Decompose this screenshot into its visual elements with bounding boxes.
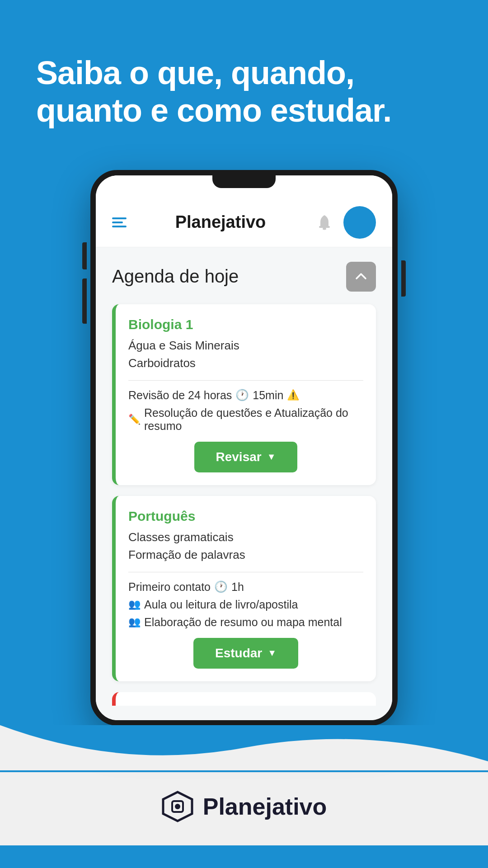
portugues-action-row: Estudar ▼ — [128, 638, 363, 669]
portugues-card: Português Classes gramaticaisFormação de… — [112, 496, 376, 681]
pencil-icon-biologia: ✏️ — [128, 414, 141, 425]
footer-brand-name: Planejativo — [203, 793, 327, 820]
app-header: Planejativo — [96, 198, 392, 247]
portugues-step2: Elaboração de resumo ou mapa mental — [144, 616, 342, 629]
top-section: Saiba o que, quando, quanto e como estud… — [0, 0, 488, 156]
phone-power-button — [401, 260, 406, 297]
portugues-step1: Aula ou leitura de livro/apostila — [144, 598, 298, 611]
biologia-task-description: Resolução de questões e Atualização do r… — [144, 406, 363, 433]
biologia-card: Biologia 1 Água e Sais MineraisCarboidra… — [112, 304, 376, 485]
portugues-divider — [128, 572, 363, 572]
svg-point-4 — [175, 804, 180, 809]
revisar-button[interactable]: Revisar ▼ — [194, 442, 298, 472]
phone-frame: Planejativo Agenda de hoje — [90, 170, 398, 726]
app-content: Agenda de hoje Biologia 1 Água e Sais Mi… — [96, 247, 392, 720]
biologia-task-type-row: Revisão de 24 horas 🕐 15min ⚠️ — [128, 389, 363, 402]
warning-icon-biologia: ⚠️ — [287, 389, 299, 401]
biologia-task-time: 15min — [253, 389, 283, 402]
scroll-top-button[interactable] — [346, 262, 376, 292]
people-icon-1: 👥 — [128, 599, 141, 610]
biologia-task-desc-row: ✏️ Resolução de questões e Atualização d… — [128, 406, 363, 433]
headline: Saiba o que, quando, quanto e como estud… — [36, 54, 452, 129]
portugues-task-type: Primeiro contato — [128, 580, 211, 594]
app-title: Planejativo — [175, 212, 266, 232]
headline-line1: Saiba o que, quando, — [36, 54, 452, 92]
bell-icon[interactable] — [314, 212, 334, 232]
estudar-chevron-icon: ▼ — [267, 648, 277, 658]
clock-icon-portugues: 🕐 — [214, 580, 228, 593]
phone-notch-cutout — [212, 175, 276, 188]
portugues-step1-row: 👥 Aula ou leitura de livro/apostila — [128, 598, 363, 611]
biologia-task-type: Revisão de 24 horas — [128, 389, 232, 402]
biologia-action-row: Revisar ▼ — [128, 442, 363, 472]
estudar-button[interactable]: Estudar ▼ — [193, 638, 298, 669]
wave-section — [0, 725, 488, 772]
footer-area: Planejativo — [0, 772, 488, 845]
hamburger-line-3 — [112, 226, 127, 227]
phone-volume-down-button — [82, 278, 87, 324]
portugues-step2-row: 👥 Elaboração de resumo ou mapa mental — [128, 616, 363, 629]
agenda-header: Agenda de hoje — [112, 262, 376, 292]
header-right — [314, 206, 376, 239]
svg-rect-0 — [319, 226, 330, 228]
portugues-subject-name: Português — [128, 509, 363, 524]
avatar-icon[interactable] — [343, 206, 376, 239]
biologia-topics: Água e Sais MineraisCarboidratos — [128, 337, 363, 372]
svg-point-1 — [323, 227, 326, 230]
revisar-button-label: Revisar — [216, 450, 262, 464]
phone-wrapper: Planejativo Agenda de hoje — [90, 170, 398, 726]
portugues-topics: Classes gramaticaisFormação de palavras — [128, 528, 363, 564]
portugues-card-inner: Português Classes gramaticaisFormação de… — [116, 496, 376, 681]
hamburger-icon[interactable] — [112, 217, 127, 227]
hamburger-line-1 — [112, 217, 127, 219]
estudar-button-label: Estudar — [215, 646, 262, 660]
people-icon-2: 👥 — [128, 616, 141, 628]
portugues-task-time: 1h — [231, 580, 244, 594]
phone-notch — [96, 175, 392, 198]
hamburger-line-2 — [112, 222, 123, 223]
headline-line2: quanto e como estudar. — [36, 92, 452, 129]
footer-logo-icon — [161, 790, 194, 823]
phone-container: Planejativo Agenda de hoje — [0, 156, 488, 726]
wave-svg — [0, 725, 488, 770]
clock-icon-biologia: 🕐 — [235, 389, 249, 401]
biologia-card-inner: Biologia 1 Água e Sais MineraisCarboidra… — [116, 304, 376, 485]
partial-card — [112, 692, 376, 706]
revisar-chevron-icon: ▼ — [267, 452, 276, 462]
phone-volume-up-button — [82, 242, 87, 269]
biologia-divider — [128, 380, 363, 381]
portugues-task-type-row: Primeiro contato 🕐 1h — [128, 580, 363, 594]
agenda-title: Agenda de hoje — [112, 266, 239, 287]
biologia-subject-name: Biologia 1 — [128, 317, 363, 332]
